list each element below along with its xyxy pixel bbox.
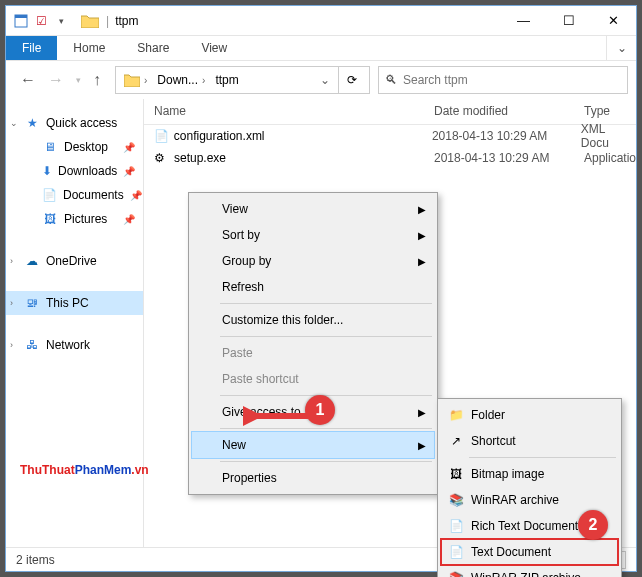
- search-input[interactable]: 🔍︎ Search ttpm: [378, 66, 628, 94]
- onedrive-icon: ☁: [24, 253, 40, 269]
- home-tab[interactable]: Home: [57, 36, 121, 60]
- rtf-icon: 📄: [447, 519, 465, 533]
- network-icon: 🖧: [24, 337, 40, 353]
- breadcrumb-parent[interactable]: Down...›: [153, 73, 209, 87]
- menu-group-by[interactable]: Group by▶: [192, 248, 434, 274]
- close-button[interactable]: ✕: [591, 6, 636, 35]
- maximize-button[interactable]: ☐: [546, 6, 591, 35]
- file-row[interactable]: 📄 configuration.xml 2018-04-13 10:29 AM …: [144, 125, 636, 147]
- menu-customize[interactable]: Customize this folder...: [192, 307, 434, 333]
- context-menu-new: 📁Folder ↗Shortcut 🖼Bitmap image 📚WinRAR …: [437, 398, 622, 577]
- menu-new-zip[interactable]: 📚WinRAR ZIP archive: [441, 565, 618, 577]
- back-button[interactable]: ←: [20, 71, 36, 89]
- sidebar-item-documents[interactable]: 📄Documents📌: [6, 183, 143, 207]
- status-text: 2 items: [16, 553, 55, 567]
- address-dropdown-icon[interactable]: ⌄: [314, 73, 336, 87]
- menu-separator: [220, 303, 432, 304]
- shortcut-icon: ↗: [447, 434, 465, 448]
- folder-icon: 📁: [447, 408, 465, 422]
- sidebar-onedrive[interactable]: ›☁OneDrive: [6, 249, 143, 273]
- menu-new-text-document[interactable]: 📄Text Document: [441, 539, 618, 565]
- sidebar-item-pictures[interactable]: 🖼Pictures📌: [6, 207, 143, 231]
- rar-icon: 📚: [447, 493, 465, 507]
- file-tab[interactable]: File: [6, 36, 57, 60]
- downloads-icon: ⬇: [42, 163, 52, 179]
- share-tab[interactable]: Share: [121, 36, 185, 60]
- column-name[interactable]: Name: [144, 99, 424, 124]
- menu-view[interactable]: View▶: [192, 196, 434, 222]
- menu-paste-shortcut[interactable]: Paste shortcut: [192, 366, 434, 392]
- sidebar-item-desktop[interactable]: 🖥Desktop📌: [6, 135, 143, 159]
- sidebar-item-downloads[interactable]: ⬇Downloads📌: [6, 159, 143, 183]
- column-date[interactable]: Date modified: [424, 99, 574, 124]
- file-type: XML Docu: [581, 122, 636, 150]
- menu-properties[interactable]: Properties: [192, 465, 434, 491]
- file-date: 2018-04-13 10:29 AM: [434, 151, 584, 165]
- file-name: setup.exe: [174, 151, 434, 165]
- qat-properties-icon[interactable]: [12, 10, 30, 32]
- exe-file-icon: ⚙: [154, 151, 174, 165]
- menu-new-bitmap[interactable]: 🖼Bitmap image: [441, 461, 618, 487]
- address-bar-row: ← → ▾ ↑ › Down...› ttpm ⌄ ⟳ 🔍︎ Search tt…: [6, 61, 636, 99]
- qat-check-icon[interactable]: ☑: [32, 10, 50, 32]
- star-icon: ★: [24, 115, 40, 131]
- file-row[interactable]: ⚙ setup.exe 2018-04-13 10:29 AM Applicat…: [144, 147, 636, 169]
- pictures-icon: 🖼: [42, 211, 58, 227]
- minimize-button[interactable]: —: [501, 6, 546, 35]
- refresh-button[interactable]: ⟳: [338, 67, 365, 93]
- title-separator: |: [106, 14, 109, 28]
- search-placeholder: Search ttpm: [403, 73, 468, 87]
- pin-icon: 📌: [123, 142, 135, 153]
- file-name: configuration.xml: [174, 129, 432, 143]
- context-menu-main: View▶ Sort by▶ Group by▶ Refresh Customi…: [188, 192, 438, 495]
- xml-file-icon: 📄: [154, 129, 174, 143]
- desktop-icon: 🖥: [42, 139, 58, 155]
- menu-separator: [220, 428, 432, 429]
- menu-sort-by[interactable]: Sort by▶: [192, 222, 434, 248]
- ribbon-tabs: File Home Share View ⌄: [6, 36, 636, 61]
- view-tab[interactable]: View: [185, 36, 243, 60]
- title-bar: ☑ ▾ | ttpm — ☐ ✕: [6, 6, 636, 36]
- breadcrumb-root-icon[interactable]: ›: [120, 73, 151, 87]
- svg-rect-1: [15, 15, 27, 18]
- zip-icon: 📚: [447, 571, 465, 577]
- breadcrumb-current[interactable]: ttpm: [211, 73, 242, 87]
- up-button[interactable]: ↑: [93, 71, 101, 89]
- file-date: 2018-04-13 10:29 AM: [432, 129, 581, 143]
- annotation-badge-2: 2: [578, 510, 608, 540]
- menu-separator: [469, 457, 616, 458]
- menu-new-shortcut[interactable]: ↗Shortcut: [441, 428, 618, 454]
- breadcrumb[interactable]: › Down...› ttpm ⌄ ⟳: [115, 66, 370, 94]
- pin-icon: 📌: [130, 190, 142, 201]
- sidebar-quick-access[interactable]: ⌄★Quick access: [6, 111, 143, 135]
- menu-separator: [220, 461, 432, 462]
- watermark: ThuThuatPhanMem.vn: [20, 450, 149, 481]
- pin-icon: 📌: [123, 166, 135, 177]
- menu-new-folder[interactable]: 📁Folder: [441, 402, 618, 428]
- search-icon: 🔍︎: [385, 73, 397, 87]
- menu-new[interactable]: New▶: [192, 432, 434, 458]
- pc-icon: 🖳: [24, 295, 40, 311]
- forward-button[interactable]: →: [48, 71, 64, 89]
- menu-paste[interactable]: Paste: [192, 340, 434, 366]
- recent-dropdown-icon[interactable]: ▾: [76, 75, 81, 85]
- pin-icon: 📌: [123, 214, 135, 225]
- annotation-badge-1: 1: [305, 395, 335, 425]
- sidebar-network[interactable]: ›🖧Network: [6, 333, 143, 357]
- column-headers[interactable]: Name Date modified Type: [144, 99, 636, 125]
- menu-refresh[interactable]: Refresh: [192, 274, 434, 300]
- window-title: ttpm: [115, 14, 138, 28]
- bitmap-icon: 🖼: [447, 467, 465, 481]
- ribbon-expand-icon[interactable]: ⌄: [606, 36, 636, 60]
- documents-icon: 📄: [42, 187, 57, 203]
- column-type[interactable]: Type: [574, 99, 636, 124]
- menu-separator: [220, 336, 432, 337]
- folder-icon: [80, 11, 100, 31]
- txt-icon: 📄: [447, 545, 465, 559]
- file-type: Applicatio: [584, 151, 636, 165]
- qat-caret-icon[interactable]: ▾: [52, 10, 70, 32]
- sidebar-this-pc[interactable]: ›🖳This PC: [6, 291, 143, 315]
